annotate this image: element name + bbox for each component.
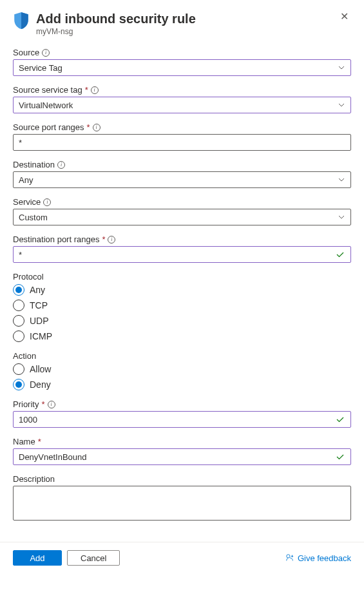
service-label: Service [13, 197, 41, 207]
info-icon[interactable]: i [48, 401, 55, 408]
protocol-radio-any[interactable]: Any [13, 284, 351, 296]
dest-port-ranges-input[interactable]: * [13, 246, 351, 263]
radio-icon [13, 330, 24, 342]
panel-header: Add inbound security rule myVM-nsg ✕ [13, 10, 351, 36]
info-icon[interactable]: i [57, 161, 65, 169]
check-icon [335, 452, 345, 462]
check-icon [335, 249, 345, 260]
source-value: Service Tag [19, 63, 62, 73]
cancel-button[interactable]: Cancel [67, 550, 120, 566]
check-icon [335, 414, 345, 425]
protocol-radio-udp[interactable]: UDP [13, 315, 351, 327]
destination-select[interactable]: Any [13, 171, 351, 188]
radio-label: ICMP [30, 331, 52, 341]
info-icon[interactable]: i [43, 198, 51, 206]
required-indicator: * [85, 85, 88, 95]
radio-icon [13, 300, 24, 311]
priority-input[interactable]: 1000 [13, 411, 351, 428]
chevron-down-icon [338, 64, 345, 72]
source-service-tag-label: Source service tag [13, 85, 82, 95]
page-subtitle: myVM-nsg [36, 27, 331, 36]
radio-label: TCP [30, 300, 48, 311]
source-label: Source [13, 48, 39, 57]
add-button[interactable]: Add [13, 550, 62, 566]
description-label: Description [13, 474, 55, 484]
service-select[interactable]: Custom [13, 209, 351, 225]
destination-value: Any [19, 175, 33, 185]
info-icon[interactable]: i [91, 86, 99, 94]
source-port-ranges-input[interactable]: * [13, 134, 351, 151]
destination-label: Destination [13, 160, 55, 169]
source-service-tag-select[interactable]: VirtualNetwork [13, 97, 351, 113]
close-icon[interactable]: ✕ [338, 10, 351, 23]
name-value: DenyVnetInBound [19, 452, 87, 462]
required-indicator: * [102, 234, 105, 244]
action-radio-deny[interactable]: Deny [13, 379, 351, 390]
shield-icon [13, 12, 30, 30]
service-value: Custom [19, 213, 48, 222]
action-radio-allow[interactable]: Allow [13, 363, 351, 375]
protocol-radio-group: Any TCP UDP ICMP [13, 284, 351, 342]
action-radio-group: Allow Deny [13, 363, 351, 390]
source-port-ranges-value: * [19, 138, 22, 148]
name-label: Name [13, 437, 35, 446]
chevron-down-icon [338, 101, 345, 109]
info-icon[interactable]: i [42, 49, 50, 57]
required-indicator: * [41, 399, 44, 409]
radio-icon [13, 363, 24, 375]
info-icon[interactable]: i [93, 124, 101, 131]
action-label: Action [13, 351, 36, 361]
footer: Add Cancel Give feedback [0, 542, 364, 573]
give-feedback-link[interactable]: Give feedback [285, 553, 351, 563]
dest-port-ranges-value: * [19, 250, 22, 260]
protocol-label: Protocol [13, 272, 44, 282]
feedback-label: Give feedback [298, 553, 351, 563]
description-textarea[interactable] [13, 486, 351, 521]
info-icon[interactable]: i [108, 236, 115, 244]
radio-label: Any [30, 285, 45, 295]
page-title: Add inbound security rule [36, 10, 331, 27]
priority-value: 1000 [19, 415, 37, 425]
required-indicator: * [87, 122, 90, 132]
svg-point-0 [287, 555, 290, 558]
source-select[interactable]: Service Tag [13, 59, 351, 76]
radio-label: Deny [30, 379, 51, 390]
protocol-radio-icmp[interactable]: ICMP [13, 330, 351, 342]
name-input[interactable]: DenyVnetInBound [13, 448, 351, 465]
protocol-radio-tcp[interactable]: TCP [13, 300, 351, 311]
source-port-ranges-label: Source port ranges [13, 122, 84, 132]
radio-label: Allow [30, 364, 51, 374]
radio-label: UDP [30, 316, 49, 326]
feedback-icon [285, 553, 294, 562]
required-indicator: * [38, 437, 41, 446]
radio-icon [13, 379, 24, 390]
radio-icon [13, 284, 24, 296]
chevron-down-icon [338, 213, 345, 221]
radio-icon [13, 315, 24, 327]
priority-label: Priority [13, 399, 39, 409]
source-service-tag-value: VirtualNetwork [19, 100, 73, 110]
chevron-down-icon [338, 176, 345, 184]
dest-port-ranges-label: Destination port ranges [13, 234, 99, 244]
